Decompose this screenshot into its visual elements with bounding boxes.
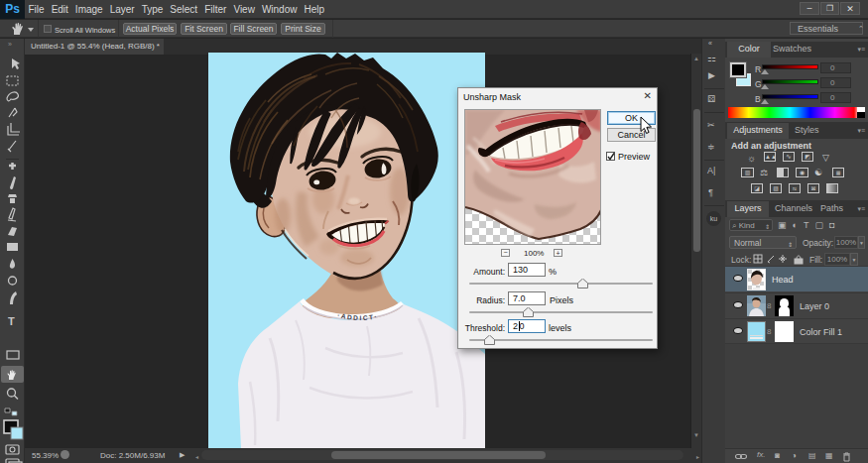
svg-text:T: T <box>8 315 15 327</box>
svg-text:»: » <box>8 41 12 48</box>
